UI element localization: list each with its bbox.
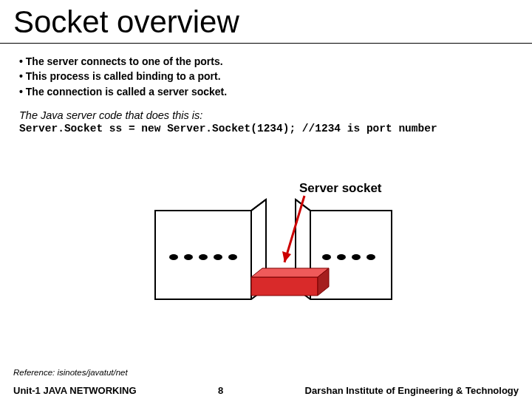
svg-point-14 [366,254,375,260]
svg-point-7 [228,254,237,260]
bullet-item: • This process is called binding to a po… [19,69,513,83]
bullet-item: • The server connects to one of the port… [19,54,513,69]
bullet-list: • The server connects to one of the port… [0,54,532,99]
svg-point-6 [214,254,222,260]
svg-marker-17 [251,277,318,296]
left-panel [155,200,266,299]
footer-page-number: 8 [137,385,305,396]
intro-text: The Java server code that does this is: [0,99,532,123]
svg-point-4 [184,254,193,260]
code-line: Server.Socket ss = new Server.Socket(123… [0,123,532,134]
svg-point-5 [199,254,208,260]
socket-box [251,268,329,296]
svg-point-11 [322,254,331,260]
svg-point-13 [352,254,361,260]
svg-marker-18 [251,268,329,277]
server-socket-svg: Server socket [133,177,399,325]
slide-footer: Unit-1 JAVA NETWORKING 8 Darshan Institu… [0,381,532,399]
bullet-text: • This process is called binding to a po… [19,69,221,83]
footer-institute: Darshan Institute of Engineering & Techn… [305,385,532,396]
slide-title: Socket overview [0,0,532,44]
figure-label: Server socket [299,181,382,195]
reference-text: Reference: isinotes/javatut/net [13,368,128,377]
svg-marker-0 [155,200,266,299]
server-socket-figure: Server socket [0,177,532,325]
bullet-text: • The server connects to one of the port… [19,54,223,69]
svg-point-3 [169,254,178,260]
bullet-item: • The connection is called a server sock… [19,84,513,99]
footer-unit: Unit-1 JAVA NETWORKING [0,385,137,396]
svg-point-12 [337,254,346,260]
svg-marker-16 [282,251,291,262]
bullet-text: • The connection is called a server sock… [19,84,227,99]
